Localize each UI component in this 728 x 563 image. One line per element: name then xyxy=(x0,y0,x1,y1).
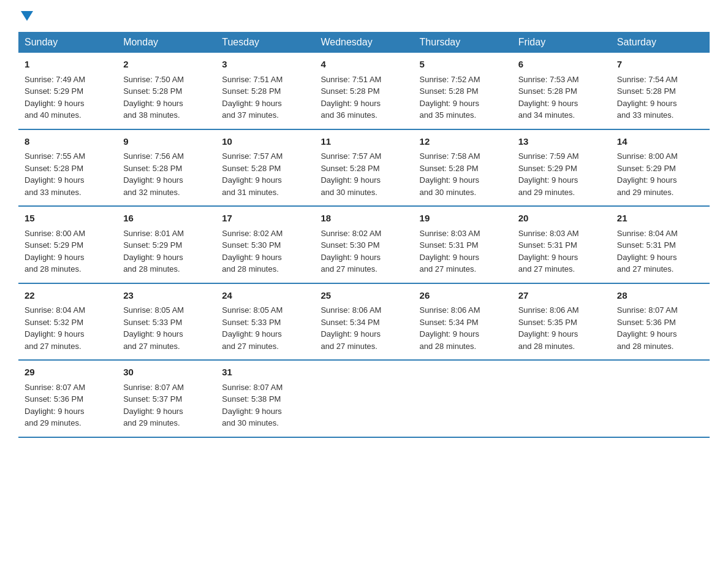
calendar-cell: 28Sunrise: 8:07 AM Sunset: 5:36 PM Dayli… xyxy=(611,283,710,361)
calendar-header: SundayMondayTuesdayWednesdayThursdayFrid… xyxy=(18,32,710,53)
day-info: Sunrise: 7:51 AM Sunset: 5:28 PM Dayligh… xyxy=(222,74,308,121)
calendar-cell: 24Sunrise: 8:05 AM Sunset: 5:33 PM Dayli… xyxy=(216,283,314,361)
calendar-cell: 22Sunrise: 8:04 AM Sunset: 5:32 PM Dayli… xyxy=(18,283,117,361)
day-info: Sunrise: 7:57 AM Sunset: 5:28 PM Dayligh… xyxy=(320,150,407,198)
calendar-cell xyxy=(512,360,611,437)
header-day-thursday: Thursday xyxy=(414,32,512,53)
day-number: 22 xyxy=(25,289,111,303)
day-info: Sunrise: 7:59 AM Sunset: 5:29 PM Dayligh… xyxy=(518,150,605,198)
day-info: Sunrise: 8:06 AM Sunset: 5:34 PM Dayligh… xyxy=(320,304,407,352)
calendar-cell: 19Sunrise: 8:03 AM Sunset: 5:31 PM Dayli… xyxy=(414,206,512,283)
day-number: 28 xyxy=(617,289,703,303)
calendar-cell: 26Sunrise: 8:06 AM Sunset: 5:34 PM Dayli… xyxy=(414,283,512,361)
header-row: SundayMondayTuesdayWednesdayThursdayFrid… xyxy=(18,32,710,53)
calendar-cell: 11Sunrise: 7:57 AM Sunset: 5:28 PM Dayli… xyxy=(314,129,413,207)
calendar-cell: 25Sunrise: 8:06 AM Sunset: 5:34 PM Dayli… xyxy=(314,283,413,361)
calendar-cell: 6Sunrise: 7:53 AM Sunset: 5:28 PM Daylig… xyxy=(512,53,611,129)
day-info: Sunrise: 7:52 AM Sunset: 5:28 PM Dayligh… xyxy=(420,74,506,121)
day-number: 25 xyxy=(320,289,407,303)
day-info: Sunrise: 8:02 AM Sunset: 5:30 PM Dayligh… xyxy=(222,228,308,275)
calendar-cell: 18Sunrise: 8:02 AM Sunset: 5:30 PM Dayli… xyxy=(314,206,413,283)
day-number: 30 xyxy=(123,366,210,380)
day-info: Sunrise: 8:07 AM Sunset: 5:36 PM Dayligh… xyxy=(617,304,703,352)
day-info: Sunrise: 8:01 AM Sunset: 5:29 PM Dayligh… xyxy=(123,228,210,275)
header-day-monday: Monday xyxy=(117,32,216,53)
header-day-wednesday: Wednesday xyxy=(314,32,413,53)
calendar-cell: 12Sunrise: 7:58 AM Sunset: 5:28 PM Dayli… xyxy=(414,129,512,207)
day-number: 5 xyxy=(420,58,506,72)
day-info: Sunrise: 8:03 AM Sunset: 5:31 PM Dayligh… xyxy=(420,228,506,275)
week-row-1: 1Sunrise: 7:49 AM Sunset: 5:29 PM Daylig… xyxy=(18,53,710,129)
calendar-body: 1Sunrise: 7:49 AM Sunset: 5:29 PM Daylig… xyxy=(18,53,710,437)
calendar-cell xyxy=(611,360,710,437)
day-info: Sunrise: 8:04 AM Sunset: 5:31 PM Dayligh… xyxy=(617,228,703,275)
day-number: 18 xyxy=(320,212,407,226)
day-info: Sunrise: 8:07 AM Sunset: 5:37 PM Dayligh… xyxy=(123,381,210,429)
day-info: Sunrise: 8:07 AM Sunset: 5:36 PM Dayligh… xyxy=(25,381,111,429)
day-info: Sunrise: 7:58 AM Sunset: 5:28 PM Dayligh… xyxy=(420,150,506,198)
day-number: 17 xyxy=(222,212,308,226)
day-info: Sunrise: 8:00 AM Sunset: 5:29 PM Dayligh… xyxy=(617,150,703,198)
calendar-cell: 14Sunrise: 8:00 AM Sunset: 5:29 PM Dayli… xyxy=(611,129,710,207)
calendar-cell: 30Sunrise: 8:07 AM Sunset: 5:37 PM Dayli… xyxy=(117,360,216,437)
day-info: Sunrise: 7:55 AM Sunset: 5:28 PM Dayligh… xyxy=(25,150,111,198)
calendar-table: SundayMondayTuesdayWednesdayThursdayFrid… xyxy=(18,32,710,438)
header xyxy=(18,12,710,22)
day-number: 19 xyxy=(420,212,506,226)
day-info: Sunrise: 8:04 AM Sunset: 5:32 PM Dayligh… xyxy=(25,304,111,352)
day-info: Sunrise: 8:06 AM Sunset: 5:34 PM Dayligh… xyxy=(420,304,506,352)
calendar-cell: 29Sunrise: 8:07 AM Sunset: 5:36 PM Dayli… xyxy=(18,360,117,437)
day-info: Sunrise: 7:57 AM Sunset: 5:28 PM Dayligh… xyxy=(222,150,308,198)
day-number: 3 xyxy=(222,58,308,72)
day-info: Sunrise: 8:00 AM Sunset: 5:29 PM Dayligh… xyxy=(25,228,111,275)
week-row-4: 22Sunrise: 8:04 AM Sunset: 5:32 PM Dayli… xyxy=(18,283,710,361)
week-row-5: 29Sunrise: 8:07 AM Sunset: 5:36 PM Dayli… xyxy=(18,360,710,437)
day-info: Sunrise: 8:05 AM Sunset: 5:33 PM Dayligh… xyxy=(123,304,210,352)
day-info: Sunrise: 8:03 AM Sunset: 5:31 PM Dayligh… xyxy=(518,228,605,275)
day-number: 23 xyxy=(123,289,210,303)
day-number: 26 xyxy=(420,289,506,303)
calendar-cell xyxy=(414,360,512,437)
calendar-cell: 1Sunrise: 7:49 AM Sunset: 5:29 PM Daylig… xyxy=(18,53,117,129)
calendar-cell: 2Sunrise: 7:50 AM Sunset: 5:28 PM Daylig… xyxy=(117,53,216,129)
calendar-cell: 8Sunrise: 7:55 AM Sunset: 5:28 PM Daylig… xyxy=(18,129,117,207)
day-number: 11 xyxy=(320,135,407,149)
day-info: Sunrise: 7:51 AM Sunset: 5:28 PM Dayligh… xyxy=(320,74,407,121)
day-info: Sunrise: 8:02 AM Sunset: 5:30 PM Dayligh… xyxy=(320,228,407,275)
calendar-cell: 27Sunrise: 8:06 AM Sunset: 5:35 PM Dayli… xyxy=(512,283,611,361)
day-number: 16 xyxy=(123,212,210,226)
header-day-friday: Friday xyxy=(512,32,611,53)
header-day-tuesday: Tuesday xyxy=(216,32,314,53)
calendar-cell: 23Sunrise: 8:05 AM Sunset: 5:33 PM Dayli… xyxy=(117,283,216,361)
day-number: 27 xyxy=(518,289,605,303)
day-number: 29 xyxy=(25,366,111,380)
day-number: 7 xyxy=(617,58,703,72)
day-info: Sunrise: 7:54 AM Sunset: 5:28 PM Dayligh… xyxy=(617,74,703,121)
day-number: 6 xyxy=(518,58,605,72)
logo-triangle-icon xyxy=(21,11,33,21)
day-info: Sunrise: 8:06 AM Sunset: 5:35 PM Dayligh… xyxy=(518,304,605,352)
day-number: 8 xyxy=(25,135,111,149)
day-number: 15 xyxy=(25,212,111,226)
header-day-sunday: Sunday xyxy=(18,32,117,53)
calendar-cell: 7Sunrise: 7:54 AM Sunset: 5:28 PM Daylig… xyxy=(611,53,710,129)
day-info: Sunrise: 7:53 AM Sunset: 5:28 PM Dayligh… xyxy=(518,74,605,121)
logo xyxy=(18,12,33,22)
calendar-cell: 3Sunrise: 7:51 AM Sunset: 5:28 PM Daylig… xyxy=(216,53,314,129)
day-info: Sunrise: 7:50 AM Sunset: 5:28 PM Dayligh… xyxy=(123,74,210,121)
header-day-saturday: Saturday xyxy=(611,32,710,53)
day-number: 13 xyxy=(518,135,605,149)
calendar-cell: 20Sunrise: 8:03 AM Sunset: 5:31 PM Dayli… xyxy=(512,206,611,283)
day-info: Sunrise: 8:07 AM Sunset: 5:38 PM Dayligh… xyxy=(222,381,308,429)
day-number: 2 xyxy=(123,58,210,72)
day-info: Sunrise: 7:49 AM Sunset: 5:29 PM Dayligh… xyxy=(25,74,111,121)
day-number: 4 xyxy=(320,58,407,72)
day-number: 20 xyxy=(518,212,605,226)
calendar-cell: 15Sunrise: 8:00 AM Sunset: 5:29 PM Dayli… xyxy=(18,206,117,283)
calendar-cell: 10Sunrise: 7:57 AM Sunset: 5:28 PM Dayli… xyxy=(216,129,314,207)
day-number: 24 xyxy=(222,289,308,303)
calendar-cell: 16Sunrise: 8:01 AM Sunset: 5:29 PM Dayli… xyxy=(117,206,216,283)
calendar-cell: 4Sunrise: 7:51 AM Sunset: 5:28 PM Daylig… xyxy=(314,53,413,129)
calendar-cell: 17Sunrise: 8:02 AM Sunset: 5:30 PM Dayli… xyxy=(216,206,314,283)
calendar-cell: 9Sunrise: 7:56 AM Sunset: 5:28 PM Daylig… xyxy=(117,129,216,207)
